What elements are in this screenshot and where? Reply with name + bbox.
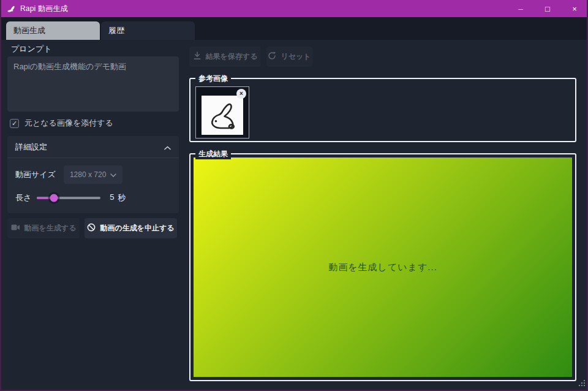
length-slider-thumb[interactable] [50,194,58,202]
result-status: 動画を生成しています... [328,262,437,273]
download-icon [193,51,202,62]
save-result-label: 結果を保存する [206,51,258,62]
video-camera-icon [11,224,20,233]
main-panel: プロンプト Rapiの動画生成機能のデモ動画 ✓ 元となる画像を添付する 詳細設… [1,40,587,390]
tab-video-generation[interactable]: 動画生成 [6,21,100,40]
titlebar: Rapi 動画生成 – □ × [0,0,588,17]
remove-thumbnail-button[interactable]: × [236,89,246,99]
reference-image-group: 参考画像 × [189,78,576,142]
resize-grip[interactable] [578,378,586,389]
attach-checkbox-mark: ✓ [12,120,17,127]
prompt-label: プロンプト [11,44,52,55]
attach-image-checkbox-row[interactable]: ✓ 元となる画像を添付する [10,118,113,129]
chevron-down-icon [110,170,116,179]
reference-image-thumbnail[interactable]: × [195,86,249,139]
close-icon: × [239,91,243,97]
window-title: Rapi 動画生成 [20,4,68,14]
length-unit: 秒 [118,192,126,203]
rabbit-app-icon [6,4,16,13]
advanced-settings-header[interactable]: 詳細設定 [7,136,179,158]
advanced-settings-card: 詳細設定 動画サイズ 1280 x 720 長さ [7,136,179,213]
prohibition-icon [87,223,96,233]
generate-video-button[interactable]: 動画を生成する [7,218,80,238]
chevron-up-icon [164,142,171,153]
tab-strip: 動画生成 履歴 [1,17,587,40]
generation-result-group: 生成結果 動画を生成しています... [189,153,576,381]
video-size-select[interactable]: 1280 x 720 [64,165,123,184]
result-canvas: 動画を生成しています... [194,158,572,377]
cancel-generation-label: 動画の生成を中止する [100,223,174,233]
advanced-settings-body: 動画サイズ 1280 x 720 長さ 5 [7,158,179,213]
video-size-label: 動画サイズ [15,169,56,180]
length-value: 5 [110,192,114,203]
window-controls: – □ × [507,0,588,17]
prompt-input[interactable]: Rapiの動画生成機能のデモ動画 [7,56,179,112]
generate-video-label: 動画を生成する [24,223,77,233]
length-slider[interactable] [37,197,100,199]
attach-checkbox-label: 元となる画像を添付する [24,118,113,129]
generation-result-legend: 生成結果 [195,149,231,159]
app-window: Rapi 動画生成 – □ × 動画生成 履歴 プロンプト Rapiの動画生成機… [0,0,588,391]
length-label: 長さ [15,192,31,203]
maximize-button[interactable]: □ [534,0,561,17]
tab-history[interactable]: 履歴 [101,21,195,40]
reference-image-legend: 参考画像 [195,74,231,84]
rabbit-sketch-image [202,96,243,135]
reset-icon [268,51,276,62]
reset-label: リセット [281,51,311,62]
reset-button[interactable]: リセット [266,47,312,67]
attach-checkbox[interactable]: ✓ [10,119,19,128]
save-result-button[interactable]: 結果を保存する [189,47,261,67]
advanced-settings-title: 詳細設定 [15,142,47,153]
minimize-button[interactable]: – [507,0,534,17]
video-size-value: 1280 x 720 [70,170,106,179]
close-button[interactable]: × [561,0,588,17]
cancel-generation-button[interactable]: 動画の生成を中止する [85,218,177,238]
